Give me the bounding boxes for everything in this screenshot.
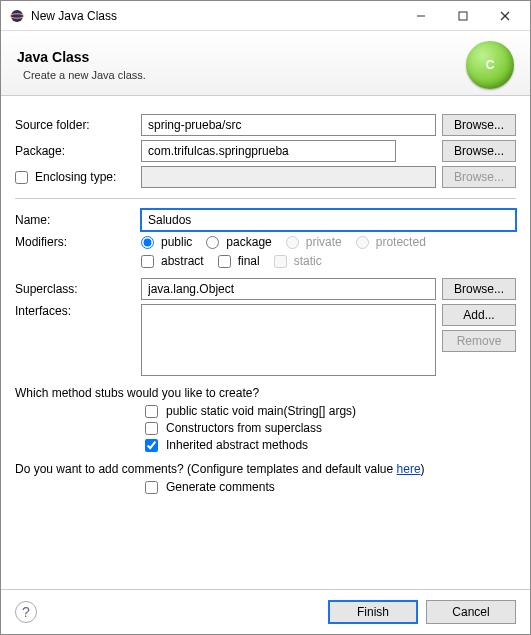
superclass-label: Superclass: bbox=[15, 282, 135, 296]
stub-main-label: public static void main(String[] args) bbox=[166, 404, 356, 418]
modifier-final-checkbox[interactable]: final bbox=[218, 254, 260, 268]
name-label: Name: bbox=[15, 213, 135, 227]
interfaces-add-button[interactable]: Add... bbox=[442, 304, 516, 326]
eclipse-icon bbox=[9, 8, 25, 24]
modifier-abstract-checkbox[interactable]: abstract bbox=[141, 254, 204, 268]
stub-inherited-label: Inherited abstract methods bbox=[166, 438, 308, 452]
enclosing-browse-button: Browse... bbox=[442, 166, 516, 188]
window-title: New Java Class bbox=[31, 9, 400, 23]
enclosing-type-checkbox[interactable] bbox=[15, 171, 28, 184]
stub-constructors-label: Constructors from superclass bbox=[166, 421, 322, 435]
banner-title: Java Class bbox=[17, 49, 466, 65]
source-folder-input[interactable] bbox=[141, 114, 436, 136]
modifier-private-radio: private bbox=[286, 235, 342, 249]
cancel-button[interactable]: Cancel bbox=[426, 600, 516, 624]
stub-main-checkbox[interactable] bbox=[145, 405, 158, 418]
modifier-public-radio[interactable]: public bbox=[141, 235, 192, 249]
help-button[interactable]: ? bbox=[15, 601, 37, 623]
name-input[interactable] bbox=[141, 209, 516, 231]
minimize-button[interactable] bbox=[400, 2, 442, 30]
package-label: Package: bbox=[15, 144, 135, 158]
source-folder-label: Source folder: bbox=[15, 118, 135, 132]
stub-inherited-checkbox[interactable] bbox=[145, 439, 158, 452]
class-icon: C bbox=[466, 41, 514, 89]
enclosing-type-input bbox=[141, 166, 436, 188]
package-browse-button[interactable]: Browse... bbox=[442, 140, 516, 162]
source-folder-browse-button[interactable]: Browse... bbox=[442, 114, 516, 136]
superclass-input[interactable] bbox=[141, 278, 436, 300]
comments-question: Do you want to add comments? (Configure … bbox=[15, 462, 516, 476]
method-stubs-question: Which method stubs would you like to cre… bbox=[15, 386, 516, 400]
package-input[interactable] bbox=[141, 140, 396, 162]
generate-comments-checkbox[interactable] bbox=[145, 481, 158, 494]
modifier-protected-radio: protected bbox=[356, 235, 426, 249]
enclosing-type-label: Enclosing type: bbox=[35, 170, 116, 184]
svg-point-0 bbox=[11, 10, 23, 22]
svg-rect-3 bbox=[459, 12, 467, 20]
interfaces-list[interactable] bbox=[141, 304, 436, 376]
modifier-package-radio[interactable]: package bbox=[206, 235, 271, 249]
generate-comments-label: Generate comments bbox=[166, 480, 275, 494]
maximize-button[interactable] bbox=[442, 2, 484, 30]
interfaces-label: Interfaces: bbox=[15, 304, 135, 318]
superclass-browse-button[interactable]: Browse... bbox=[442, 278, 516, 300]
finish-button[interactable]: Finish bbox=[328, 600, 418, 624]
close-button[interactable] bbox=[484, 2, 526, 30]
interfaces-remove-button: Remove bbox=[442, 330, 516, 352]
modifiers-label: Modifiers: bbox=[15, 235, 135, 249]
banner-subtitle: Create a new Java class. bbox=[17, 69, 466, 81]
configure-here-link[interactable]: here bbox=[397, 462, 421, 476]
modifier-static-checkbox: static bbox=[274, 254, 322, 268]
stub-constructors-checkbox[interactable] bbox=[145, 422, 158, 435]
